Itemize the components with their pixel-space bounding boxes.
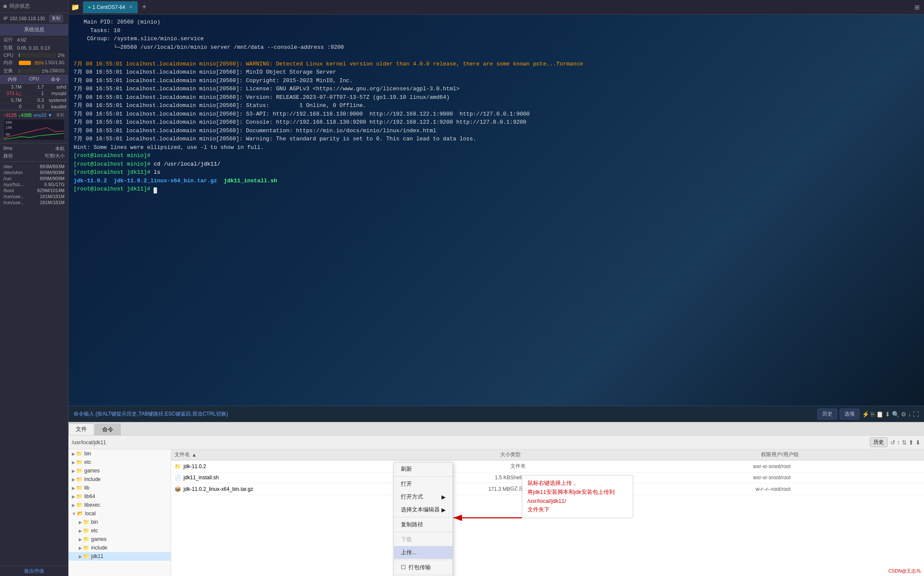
ctx-text-editor[interactable]: 选择文本编辑器▶ [394,503,453,516]
proc-row: 5.7M 0.3 systemd [0,97,68,104]
activate-upgrade-button[interactable]: 激活/升级 [0,566,68,576]
tree-item-lib64[interactable]: ▶ 📁 lib64 [68,492,171,501]
upload-icon[interactable]: ⬆ [909,439,914,446]
tree-item-local-games[interactable]: ▶ 📁 games [68,535,171,543]
folder-icon: 📁 [83,528,89,534]
file-list: 文件名 ▲ 大小 类型 权限 用户/用户组 📁 jdk-11.0.2 文件夹 w… [171,449,924,576]
collapse-icon: ▶ [72,477,75,482]
tree-item-local-jdk11[interactable]: ▶ 📁 jdk11 [68,552,171,561]
download-icon[interactable]: ⬇ [885,411,890,418]
ctx-sep [394,517,453,517]
tab-commands[interactable]: 命令 [95,424,121,435]
options-button[interactable]: 选项 [840,409,859,419]
tree-item-etc[interactable]: ▶ 📁 etc [68,458,171,466]
terminal-buttons: 历史 选项 ⚡ ⎘ 📋 ⬇ 🔍 ⚙ ↓ ⛶ [817,409,919,419]
disk-row: /sys/fs/c... 9.9G/17G [3,181,65,187]
term-line: 7月 08 16:55:01 localhost.localdomain min… [74,110,919,119]
annotation-box: 鼠标右键选择上传，将jdk11安装脚本和jdk安装包上传到/usr/local/… [522,475,633,518]
proc-cmd-1: sshd [47,84,66,89]
folder-icon: 📁 [76,468,83,474]
collapse-icon: ▼ [72,511,76,516]
history-button[interactable]: 历史 [817,409,837,419]
tree-item-include[interactable]: ▶ 📁 include [68,475,171,484]
collapse-icon: ▶ [79,537,82,542]
col-size[interactable]: 大小 [398,451,510,458]
ctx-open-with[interactable]: 打开方式▶ [394,490,453,503]
add-tab-button[interactable]: + [139,3,149,12]
uptime-value: 4:02 [17,37,65,42]
tab-centos7[interactable]: ● 1 CentOS7-64 ✕ [83,1,138,13]
tab-files[interactable]: 文件 [68,423,94,435]
folder-icon: 📁 [83,545,89,551]
tree-item-local[interactable]: ▼ 📂 local [68,509,171,518]
tree-item-lib[interactable]: ▶ 📁 lib [68,484,171,492]
folder-icon: 📁 [83,519,89,525]
file-owner: root/root [771,475,921,481]
term-line: [root@localhost minio]# cd /usr/local/jd… [74,160,919,169]
transfer-icon[interactable]: ⇅ [902,439,907,446]
paste-icon[interactable]: 📋 [876,411,883,418]
file-name: 📁 jdk-11.0.2 [175,463,398,469]
arrow-down-icon[interactable]: ↓ [908,411,911,418]
col-type[interactable]: 类型 [510,451,660,458]
ctx-download: 下载 [394,533,453,546]
refresh-icon[interactable]: ↺ [890,439,895,446]
copy-ip-button[interactable]: 复制 [49,15,63,22]
file-name-label: jdk-11.0.2 [184,463,206,469]
collapse-icon: ▶ [79,546,82,550]
ctx-sep [394,532,453,532]
proc-row: 3.7M 1.7 sshd [0,84,68,90]
expand-icon[interactable]: ⛶ [913,411,919,418]
lightning-icon[interactable]: ⚡ [862,411,869,418]
tree-item-local-etc[interactable]: ▶ 📁 etc [68,526,171,535]
terminal[interactable]: Main PID: 20560 (minio) Tasks: 10 CGroup… [68,15,924,406]
ctx-open[interactable]: 打开 [394,478,453,490]
folder-icon: 📁 [175,463,181,469]
file-tree: ▶ 📁 bin ▶ 📁 etc ▶ 📁 games ▶ 📁 in [68,449,171,576]
tab-close-button[interactable]: ✕ [129,4,133,10]
arrow-icon: ▶ [441,507,446,513]
file-row-jdk11[interactable]: 📁 jdk-11.0.2 文件夹 wxr-xr-x root/root [171,460,924,472]
tab-bar: 📁 ● 1 CentOS7-64 ✕ + ⊞ [68,0,924,15]
up-icon[interactable]: ↑ [897,439,900,446]
proc-cmd-4: kauditd [47,104,66,109]
history-btn[interactable]: 历史 [870,437,888,447]
proc-cpu-1: 1.7 [24,84,46,89]
tree-item-games[interactable]: ▶ 📁 games [68,466,171,475]
term-line: [root@localhost jdk11]# ls [74,168,919,177]
tree-item-label: libexec [84,502,100,508]
latency-row-1: 路径 可用/大小 [3,152,65,160]
disk-row: /boot 829M/1014M [3,187,65,193]
tree-item-label: jdk11 [91,553,104,559]
disk-row: /run/use... 181M/181M [3,193,65,199]
gz-icon: 📦 [175,486,181,492]
mem-label: 内存 [3,59,17,66]
term-line: └─20560 /usr/local/bin/minio server /mnt… [74,43,919,52]
load-value: 0.05, 0.10, 0.13 [17,45,65,50]
col-name[interactable]: 文件名 ▲ [175,451,398,458]
folder-icon: 📁 [76,459,83,465]
grid-view-icon[interactable]: ⊞ [913,3,921,12]
settings-icon[interactable]: ⚙ [901,411,906,418]
tree-item-bin[interactable]: ▶ 📁 bin [68,449,171,458]
file-list-header: 文件名 ▲ 大小 类型 权限 用户/用户组 [171,449,924,460]
search-icon[interactable]: 🔍 [892,411,899,418]
tree-item-local-bin[interactable]: ▶ 📁 bin [68,518,171,526]
col-perm: 权限 [660,451,772,458]
ctx-refresh[interactable]: 刷新 [394,463,453,475]
download2-icon[interactable]: ⬇ [915,439,921,446]
term-line: Tasks: 10 [74,27,919,35]
ctx-upload[interactable]: 上传... [394,546,453,559]
tree-item-libexec[interactable]: ▶ 📁 libexec [68,501,171,509]
ctx-pack-transfer[interactable]: ☐打包传输 [394,561,453,574]
file-panel-content: ▶ 📁 bin ▶ 📁 etc ▶ 📁 games ▶ 📁 in [68,449,924,576]
proc-row: 0 0.3 kauditd [0,104,68,110]
mem-value: 85% [35,60,44,65]
copy-icon[interactable]: ⎘ [871,411,874,418]
net-interface: ens33 ▼ [33,113,52,118]
tree-item-local-include[interactable]: ▶ 📁 include [68,543,171,552]
tree-item-label: include [84,476,101,482]
folder-icon-btn[interactable]: 📁 [71,3,80,11]
main-area: 📁 ● 1 CentOS7-64 ✕ + ⊞ Main PID: 20560 (… [68,0,924,576]
ctx-copy-path[interactable]: 复制路径 [394,518,453,531]
